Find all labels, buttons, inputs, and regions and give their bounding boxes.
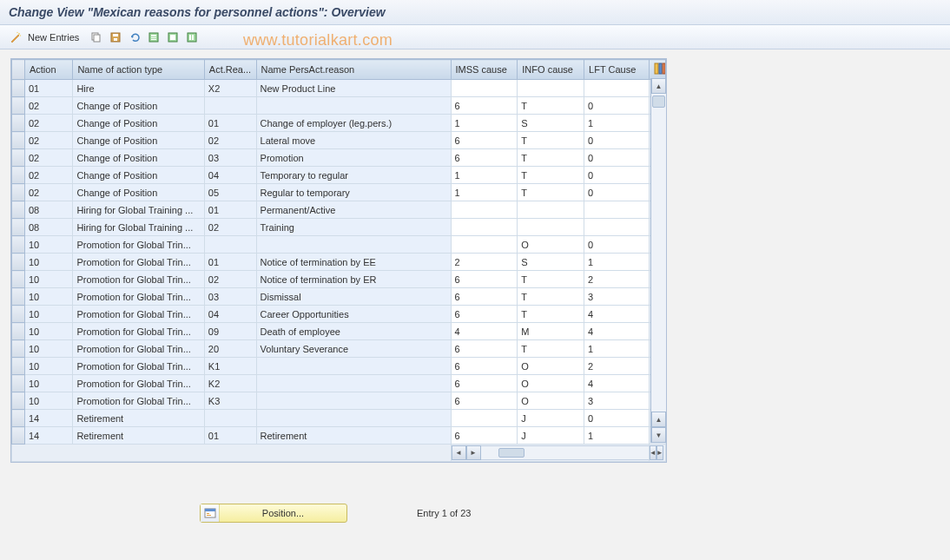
cell-act-reason[interactable]: 01: [204, 254, 256, 271]
cell-imss-cause[interactable]: 6: [451, 427, 518, 445]
cell-info-cause[interactable]: T: [518, 306, 584, 323]
table-row[interactable]: 10Promotion for Global Trin...K16O2: [12, 358, 666, 375]
cell-info-cause[interactable]: T: [518, 167, 584, 184]
cell-lft-cause[interactable]: 0: [584, 184, 650, 201]
table-row[interactable]: 10Promotion for Global Trin...01Notice o…: [12, 254, 666, 271]
cell-info-cause[interactable]: T: [518, 97, 584, 115]
cell-act-reason[interactable]: 01: [204, 201, 256, 219]
cell-imss-cause[interactable]: 4: [451, 323, 518, 340]
cell-imss-cause[interactable]: [451, 219, 518, 236]
table-row[interactable]: 08Hiring for Global Training ...02Traini…: [12, 219, 666, 236]
cell-action[interactable]: 08: [24, 219, 72, 236]
cell-info-cause[interactable]: J: [518, 410, 584, 427]
deselect-icon[interactable]: [166, 30, 180, 44]
cell-lft-cause[interactable]: 1: [584, 340, 650, 358]
cell-imss-cause[interactable]: [451, 410, 518, 427]
cell-action[interactable]: 10: [24, 375, 72, 392]
cell-action[interactable]: 01: [24, 80, 72, 97]
cell-lft-cause[interactable]: 3: [584, 392, 650, 410]
row-selector[interactable]: [12, 80, 25, 97]
cell-action[interactable]: 14: [24, 427, 72, 445]
table-row[interactable]: 10Promotion for Global Trin...03Dismissa…: [12, 288, 666, 306]
table-row[interactable]: 10Promotion for Global Trin...K26O4: [12, 375, 666, 392]
cell-action[interactable]: 02: [24, 167, 72, 184]
cell-info-cause[interactable]: O: [518, 358, 584, 375]
hscroll-far-right[interactable]: ◄ ►: [650, 445, 665, 461]
cell-imss-cause[interactable]: 1: [451, 167, 518, 184]
cell-info-cause[interactable]: M: [518, 323, 584, 340]
table-row[interactable]: 14Retirement01Retirement6J1: [12, 427, 666, 445]
row-selector[interactable]: [12, 254, 25, 271]
cell-info-cause[interactable]: [518, 201, 584, 219]
table-row[interactable]: 10Promotion for Global Trin...O0: [12, 236, 666, 254]
cell-imss-cause[interactable]: 6: [451, 392, 518, 410]
row-selector[interactable]: [12, 410, 25, 427]
table-row[interactable]: 02Change of Position02Lateral move6T0: [12, 132, 666, 149]
cell-act-reason[interactable]: K1: [204, 358, 256, 375]
cell-act-reason[interactable]: [204, 236, 256, 254]
table-config-icon[interactable]: [649, 60, 665, 80]
cell-action[interactable]: 02: [24, 97, 72, 115]
col-header-imss[interactable]: IMSS cause: [451, 60, 518, 80]
cell-imss-cause[interactable]: 6: [451, 340, 518, 358]
hscroll-right[interactable]: ◄ ►: [452, 445, 649, 461]
cell-info-cause[interactable]: T: [518, 271, 584, 288]
cell-lft-cause[interactable]: [584, 201, 650, 219]
cell-act-reason[interactable]: 01: [204, 427, 256, 445]
table-row[interactable]: 10Promotion for Global Trin...09Death of…: [12, 323, 666, 340]
cell-imss-cause[interactable]: 6: [451, 288, 518, 306]
cell-action[interactable]: 02: [24, 115, 72, 132]
cell-act-reason[interactable]: 05: [204, 184, 256, 201]
wand-icon[interactable]: [9, 30, 23, 44]
cell-lft-cause[interactable]: 0: [584, 97, 650, 115]
row-selector[interactable]: [12, 115, 25, 132]
scroll-right-icon[interactable]: ►: [656, 445, 663, 460]
table-row[interactable]: 10Promotion for Global Trin...20Voluntar…: [12, 340, 666, 358]
col-header-actrea[interactable]: Act.Rea...: [204, 60, 256, 80]
cell-act-reason[interactable]: [204, 97, 256, 115]
row-selector[interactable]: [12, 167, 25, 184]
cell-imss-cause[interactable]: 1: [451, 115, 518, 132]
cell-lft-cause[interactable]: 0: [584, 149, 650, 167]
cell-imss-cause[interactable]: [451, 236, 518, 254]
row-selector[interactable]: [12, 184, 25, 201]
scroll-down-icon[interactable]: ▼: [651, 427, 666, 443]
cell-lft-cause[interactable]: 1: [584, 254, 650, 271]
cell-imss-cause[interactable]: 6: [451, 149, 518, 167]
cell-lft-cause[interactable]: 2: [584, 271, 650, 288]
cell-lft-cause[interactable]: 0: [584, 236, 650, 254]
cell-lft-cause[interactable]: 1: [584, 115, 650, 132]
row-selector[interactable]: [12, 306, 25, 323]
row-selector[interactable]: [12, 392, 25, 410]
cell-lft-cause[interactable]: 4: [584, 323, 650, 340]
cell-info-cause[interactable]: O: [518, 236, 584, 254]
cell-act-reason[interactable]: 20: [204, 340, 256, 358]
cell-info-cause[interactable]: T: [518, 288, 584, 306]
row-selector[interactable]: [12, 358, 25, 375]
cell-action[interactable]: 10: [24, 323, 72, 340]
col-header-persact[interactable]: Name PersAct.reason: [256, 60, 451, 80]
table-row[interactable]: 02Change of Position04Temporary to regul…: [12, 167, 666, 184]
row-selector[interactable]: [12, 219, 25, 236]
cell-lft-cause[interactable]: 3: [584, 288, 650, 306]
cell-action[interactable]: 10: [24, 288, 72, 306]
table-row[interactable]: 02Change of Position6T0: [12, 97, 666, 115]
cell-imss-cause[interactable]: 6: [451, 97, 518, 115]
copy-icon[interactable]: [89, 30, 103, 44]
cell-action[interactable]: 02: [24, 149, 72, 167]
cell-act-reason[interactable]: X2: [204, 80, 256, 97]
cell-action[interactable]: 02: [24, 132, 72, 149]
cell-action[interactable]: 10: [24, 306, 72, 323]
cell-imss-cause[interactable]: 6: [451, 375, 518, 392]
cell-act-reason[interactable]: K2: [204, 375, 256, 392]
cell-imss-cause[interactable]: 2: [451, 254, 518, 271]
cell-lft-cause[interactable]: 4: [584, 375, 650, 392]
vertical-scrollbar[interactable]: ▲ ▲ ▼: [650, 78, 666, 443]
table-row[interactable]: 10Promotion for Global Trin...02Notice o…: [12, 271, 666, 288]
col-header-info[interactable]: INFO cause: [518, 60, 584, 80]
cell-act-reason[interactable]: 03: [204, 288, 256, 306]
cell-info-cause[interactable]: T: [518, 340, 584, 358]
cell-action[interactable]: 14: [24, 410, 72, 427]
cell-act-reason[interactable]: 02: [204, 271, 256, 288]
cell-action[interactable]: 08: [24, 201, 72, 219]
